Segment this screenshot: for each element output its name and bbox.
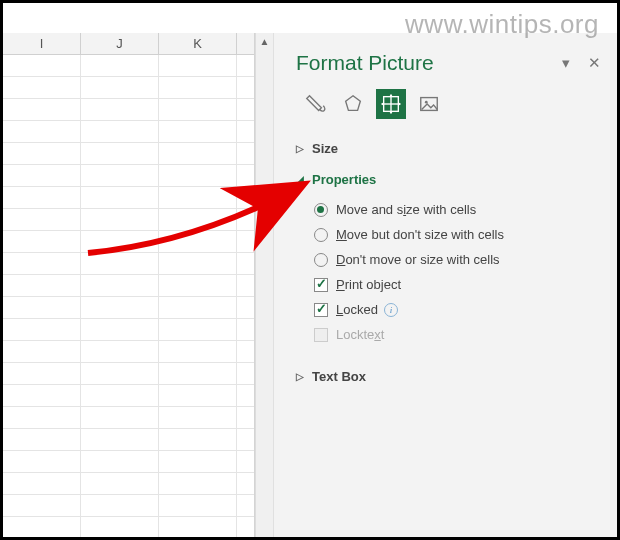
grid-cell[interactable] <box>3 297 81 318</box>
grid-cell[interactable] <box>3 451 81 472</box>
grid-cell[interactable] <box>237 451 255 472</box>
grid-cell[interactable] <box>81 55 159 76</box>
grid-cell[interactable] <box>237 341 255 362</box>
grid-cell[interactable] <box>81 165 159 186</box>
grid-row[interactable] <box>3 253 254 275</box>
grid-cell[interactable] <box>159 55 237 76</box>
grid-cell[interactable] <box>81 319 159 340</box>
grid-row[interactable] <box>3 209 254 231</box>
grid-cell[interactable] <box>237 209 255 230</box>
grid-row[interactable] <box>3 187 254 209</box>
tab-fill-line-icon[interactable] <box>300 89 330 119</box>
radio-option[interactable]: Move but don't size with cells <box>314 222 601 247</box>
grid-cell[interactable] <box>81 209 159 230</box>
grid-cell[interactable] <box>81 187 159 208</box>
grid-cell[interactable] <box>159 319 237 340</box>
grid-cell[interactable] <box>3 517 81 538</box>
grid-row[interactable] <box>3 517 254 539</box>
grid-row[interactable] <box>3 363 254 385</box>
grid-cell[interactable] <box>237 429 255 450</box>
grid-cell[interactable] <box>3 319 81 340</box>
grid-cell[interactable] <box>237 165 255 186</box>
radio-button[interactable] <box>314 253 328 267</box>
grid-cell[interactable] <box>81 407 159 428</box>
grid-cell[interactable] <box>159 121 237 142</box>
grid-cell[interactable] <box>237 253 255 274</box>
grid-cell[interactable] <box>237 517 255 538</box>
grid-cell[interactable] <box>81 363 159 384</box>
grid-cell[interactable] <box>237 121 255 142</box>
grid-cell[interactable] <box>159 429 237 450</box>
grid-row[interactable] <box>3 77 254 99</box>
grid-cell[interactable] <box>3 121 81 142</box>
grid-cell[interactable] <box>81 77 159 98</box>
checkbox[interactable] <box>314 278 328 292</box>
grid-cell[interactable] <box>159 517 237 538</box>
grid-row[interactable] <box>3 55 254 77</box>
radio-option[interactable]: Don't move or size with cells <box>314 247 601 272</box>
grid-cell[interactable] <box>3 55 81 76</box>
radio-button[interactable] <box>314 228 328 242</box>
grid-cell[interactable] <box>81 143 159 164</box>
grid-cell[interactable] <box>3 165 81 186</box>
grid-cell[interactable] <box>81 297 159 318</box>
grid-cell[interactable] <box>3 99 81 120</box>
grid-cell[interactable] <box>3 385 81 406</box>
grid-cell[interactable] <box>81 429 159 450</box>
panel-close-icon[interactable]: ✕ <box>588 54 601 72</box>
grid-cell[interactable] <box>159 275 237 296</box>
grid-cell[interactable] <box>3 143 81 164</box>
grid-row[interactable] <box>3 275 254 297</box>
grid-cell[interactable] <box>237 495 255 516</box>
grid-row[interactable] <box>3 451 254 473</box>
grid-cell[interactable] <box>159 143 237 164</box>
grid-cell[interactable] <box>237 143 255 164</box>
grid-row[interactable] <box>3 165 254 187</box>
column-header-i[interactable]: I <box>3 33 81 54</box>
grid-cell[interactable] <box>81 275 159 296</box>
grid-cell[interactable] <box>159 231 237 252</box>
grid-cell[interactable] <box>237 77 255 98</box>
grid-cell[interactable] <box>159 99 237 120</box>
grid-cell[interactable] <box>81 451 159 472</box>
grid-cell[interactable] <box>237 473 255 494</box>
spreadsheet-grid[interactable] <box>3 55 254 539</box>
grid-cell[interactable] <box>3 77 81 98</box>
grid-cell[interactable] <box>81 231 159 252</box>
grid-row[interactable] <box>3 473 254 495</box>
grid-cell[interactable] <box>81 495 159 516</box>
grid-row[interactable] <box>3 143 254 165</box>
radio-button[interactable] <box>314 203 328 217</box>
column-header-k[interactable]: K <box>159 33 237 54</box>
grid-cell[interactable] <box>159 253 237 274</box>
grid-cell[interactable] <box>237 319 255 340</box>
grid-cell[interactable] <box>237 407 255 428</box>
checkbox[interactable] <box>314 303 328 317</box>
grid-cell[interactable] <box>3 231 81 252</box>
scroll-track[interactable] <box>256 51 273 537</box>
grid-cell[interactable] <box>3 275 81 296</box>
grid-row[interactable] <box>3 385 254 407</box>
grid-cell[interactable] <box>159 77 237 98</box>
column-header-j[interactable]: J <box>81 33 159 54</box>
checkbox-option[interactable]: Print object <box>314 272 601 297</box>
grid-cell[interactable] <box>3 187 81 208</box>
grid-cell[interactable] <box>159 473 237 494</box>
scroll-up-arrow[interactable]: ▲ <box>256 33 273 51</box>
grid-cell[interactable] <box>159 385 237 406</box>
grid-cell[interactable] <box>3 429 81 450</box>
grid-row[interactable] <box>3 429 254 451</box>
grid-cell[interactable] <box>237 363 255 384</box>
grid-cell[interactable] <box>159 363 237 384</box>
grid-cell[interactable] <box>237 231 255 252</box>
grid-cell[interactable] <box>237 55 255 76</box>
tab-effects-icon[interactable] <box>338 89 368 119</box>
grid-cell[interactable] <box>81 253 159 274</box>
section-size-header[interactable]: ▷ Size <box>296 137 601 160</box>
grid-cell[interactable] <box>3 407 81 428</box>
grid-cell[interactable] <box>3 495 81 516</box>
grid-cell[interactable] <box>3 341 81 362</box>
grid-row[interactable] <box>3 341 254 363</box>
grid-cell[interactable] <box>3 473 81 494</box>
grid-cell[interactable] <box>81 341 159 362</box>
